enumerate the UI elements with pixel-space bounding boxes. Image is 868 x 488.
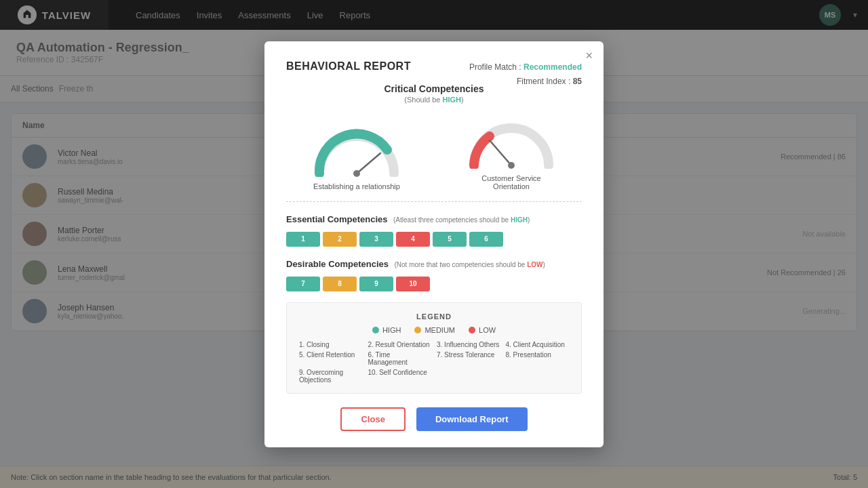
bar-4: 4	[396, 232, 430, 247]
desirable-bars: 7 8 9 10	[286, 277, 582, 291]
gauge-1-label: Establishing a relationship	[313, 182, 400, 190]
fitment-index: 85	[573, 77, 582, 86]
essential-bars: 1 2 3 4 5 6	[286, 232, 582, 247]
bar-1: 1	[286, 232, 320, 247]
section-divider	[286, 201, 582, 202]
gauge-2-label: Customer Service Orientation	[467, 174, 555, 190]
medium-label: MEDIUM	[425, 326, 455, 334]
critical-competencies-subtitle: (Should be HIGH)	[286, 96, 582, 104]
svg-point-1	[353, 170, 360, 177]
essential-competencies-section: Essential Competencies (Atleast three co…	[286, 213, 582, 247]
competency-3: 3. Influencing Others	[437, 341, 500, 348]
high-dot	[372, 327, 379, 333]
competency-5: 5. Client Retention	[299, 351, 363, 366]
download-report-button[interactable]: Download Report	[416, 407, 528, 431]
desirable-competencies-section: Desirable Competencies (Not more that tw…	[286, 258, 582, 291]
fitment-label: Fitment Index :	[517, 77, 570, 86]
legend-low: LOW	[469, 326, 496, 334]
low-dot	[469, 327, 475, 333]
legend-box: LEGEND HIGH MEDIUM LOW 1. Closing 2. Res…	[286, 302, 582, 394]
legend-colors-row: HIGH MEDIUM LOW	[299, 326, 569, 334]
legend-items-grid: 1. Closing 2. Result Orientation 3. Infl…	[299, 341, 569, 384]
bar-10: 10	[396, 277, 430, 291]
modal-close-button[interactable]: ×	[585, 49, 593, 62]
competency-8: 8. Presentation	[506, 351, 570, 366]
gauge-2-svg	[464, 115, 559, 169]
gauge-1: Establishing a relationship	[309, 123, 404, 190]
profile-match-label: Profile Match :	[469, 62, 521, 72]
bar-7: 7	[286, 277, 320, 291]
competency-2: 2. Result Orientation	[368, 341, 432, 348]
high-label: HIGH	[443, 96, 462, 104]
modal-footer: Close Download Report	[286, 407, 582, 431]
bar-5: 5	[433, 232, 467, 247]
close-button[interactable]: Close	[340, 407, 405, 431]
svg-line-0	[357, 153, 380, 174]
desirable-title: Desirable Competencies	[286, 259, 389, 269]
bar-3: 3	[359, 232, 393, 247]
svg-line-2	[490, 140, 511, 165]
low-label: LOW	[479, 326, 496, 334]
gauge-1-svg	[309, 123, 404, 177]
behavioral-report-modal: × BEHAVIORAL REPORT Profile Match : Reco…	[264, 41, 604, 447]
modal-overlay[interactable]: × BEHAVIORAL REPORT Profile Match : Reco…	[0, 0, 868, 488]
bar-8: 8	[323, 277, 357, 291]
gauge-2: Customer Service Orientation	[464, 115, 559, 190]
competency-1: 1. Closing	[299, 341, 363, 348]
bar-2: 2	[323, 232, 357, 247]
legend-title: LEGEND	[299, 312, 569, 321]
svg-point-3	[508, 162, 515, 169]
competency-4: 4. Client Acquisition	[506, 341, 570, 348]
essential-title: Essential Competencies	[286, 214, 388, 224]
bar-6: 6	[469, 232, 503, 247]
gauges-row: Establishing a relationship Customer Ser…	[286, 115, 582, 190]
competency-10: 10. Self Confidence	[368, 369, 432, 384]
profile-recommended: Recommended	[524, 62, 582, 72]
competency-9: 9. Overcoming Objections	[299, 369, 363, 384]
legend-high: HIGH	[372, 326, 401, 334]
desirable-note: (Not more that two competencies should b…	[394, 261, 545, 268]
bar-9: 9	[359, 277, 393, 291]
profile-info: Profile Match : Recommended Fitment Inde…	[469, 60, 582, 89]
legend-medium: MEDIUM	[414, 326, 455, 334]
medium-dot	[414, 327, 421, 333]
competency-6: 6. Time Management	[368, 351, 432, 366]
competency-7: 7. Stress Tolerance	[437, 351, 500, 366]
high-label: HIGH	[382, 326, 401, 334]
essential-note: (Atleast three competencies should be HI…	[393, 216, 530, 224]
